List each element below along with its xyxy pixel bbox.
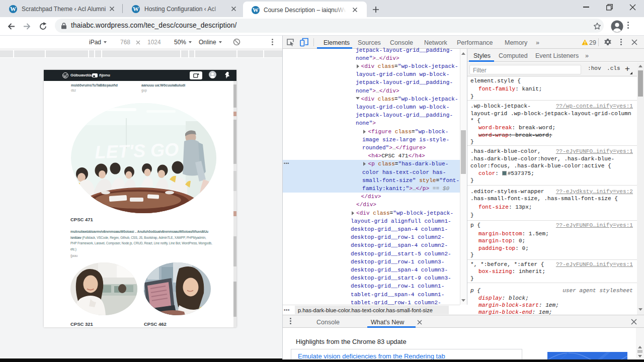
svg-text:W: W [10, 6, 16, 13]
svg-text:LET'S GO: LET'S GO [95, 139, 179, 163]
svg-text:W: W [133, 6, 139, 13]
svg-text:W: W [253, 7, 259, 14]
